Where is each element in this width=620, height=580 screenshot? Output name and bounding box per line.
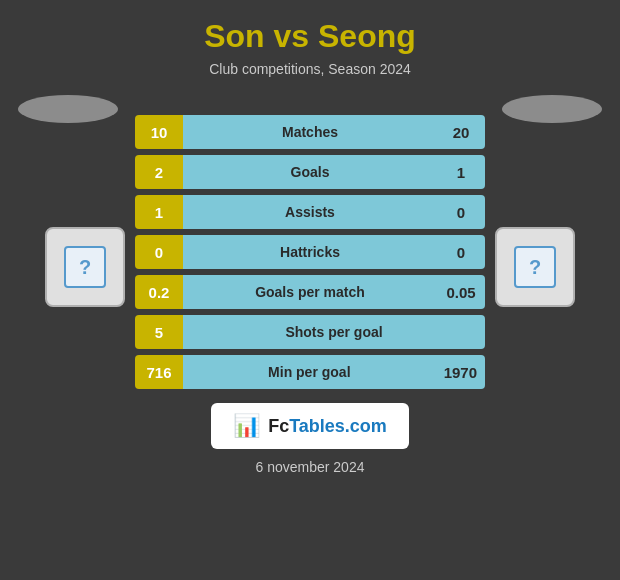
avatar-placeholder-right: ?: [514, 246, 556, 288]
page-container: Son vs Seong Club competitions, Season 2…: [0, 0, 620, 580]
ellipse-right: [502, 95, 602, 123]
stat-right-value: 1970: [436, 355, 485, 389]
stat-left-value: 0.2: [135, 275, 183, 309]
stat-row: 5Shots per goal: [135, 315, 485, 349]
footer-date: 6 november 2024: [256, 459, 365, 475]
avatar-right: ?: [485, 197, 585, 307]
stat-row: 0Hattricks0: [135, 235, 485, 269]
stat-left-value: 1: [135, 195, 183, 229]
page-title: Son vs Seong: [204, 18, 416, 55]
logo-area: 📊 FcTables.com: [211, 403, 409, 449]
stat-label: Assists: [183, 195, 437, 229]
stat-right-value: 1: [437, 155, 485, 189]
stat-left-value: 5: [135, 315, 183, 349]
stat-label: Min per goal: [183, 355, 436, 389]
stat-label: Matches: [183, 115, 437, 149]
stat-label: Goals: [183, 155, 437, 189]
main-area: ? 10Matches202Goals11Assists00Hattricks0…: [0, 115, 620, 389]
stat-left-value: 2: [135, 155, 183, 189]
stat-row: 10Matches20: [135, 115, 485, 149]
logo-text: FcTables.com: [268, 416, 387, 437]
stat-row: 2Goals1: [135, 155, 485, 189]
avatar-box-left: ?: [45, 227, 125, 307]
stats-column: 10Matches202Goals11Assists00Hattricks00.…: [135, 115, 485, 389]
stat-right-value: 20: [437, 115, 485, 149]
avatar-box-right: ?: [495, 227, 575, 307]
stat-right-value: 0: [437, 195, 485, 229]
page-subtitle: Club competitions, Season 2024: [209, 61, 411, 77]
stat-label: Hattricks: [183, 235, 437, 269]
logo-icon: 📊: [233, 413, 260, 439]
stat-left-value: 0: [135, 235, 183, 269]
stat-right-value: 0: [437, 235, 485, 269]
ellipse-left: [18, 95, 118, 123]
stat-left-value: 716: [135, 355, 183, 389]
stat-row: 1Assists0: [135, 195, 485, 229]
avatar-placeholder-left: ?: [64, 246, 106, 288]
stat-label: Goals per match: [183, 275, 437, 309]
stat-right-value: 0.05: [437, 275, 485, 309]
avatar-left: ?: [35, 197, 135, 307]
stat-row: 716Min per goal1970: [135, 355, 485, 389]
stat-label: Shots per goal: [183, 315, 485, 349]
stat-row: 0.2Goals per match0.05: [135, 275, 485, 309]
stat-left-value: 10: [135, 115, 183, 149]
